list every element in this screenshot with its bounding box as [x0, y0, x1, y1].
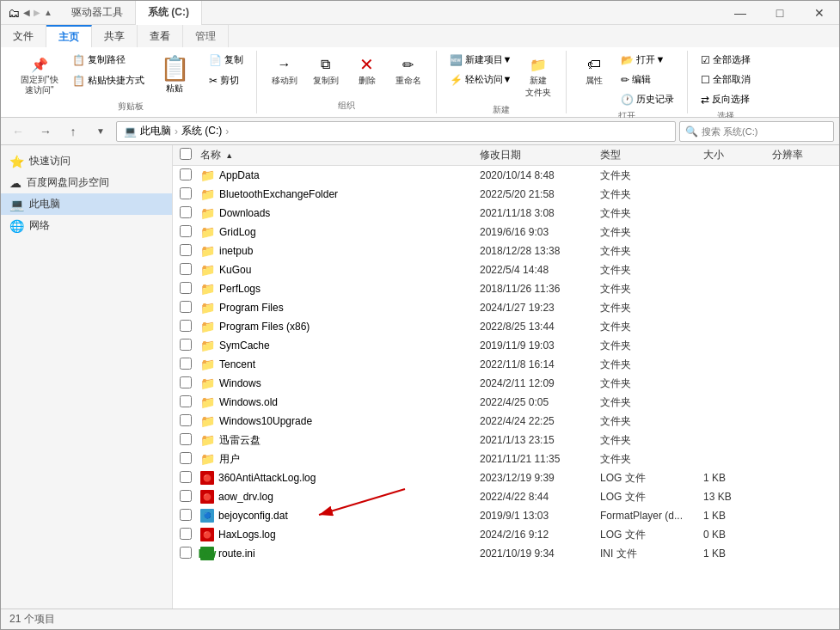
rename-button[interactable]: ✏ 重命名 [389, 51, 427, 90]
table-row[interactable]: 📁 Program Files (x86) 2022/8/25 13:44 文件… [173, 317, 839, 336]
row-check[interactable] [180, 225, 200, 240]
edit-button[interactable]: ✏ 编辑 [616, 70, 678, 89]
table-row[interactable]: Dw route.ini 2021/10/19 9:34 INI 文件 1 KB [173, 544, 839, 563]
minimize-button[interactable]: — [720, 1, 760, 25]
table-row[interactable]: 📁 Windows.old 2022/4/25 0:05 文件夹 [173, 393, 839, 412]
up-button[interactable]: ↑ [61, 120, 85, 143]
properties-button[interactable]: 🏷 属性 [575, 51, 613, 90]
row-check[interactable] [180, 509, 200, 523]
row-check[interactable] [180, 320, 200, 334]
row-check[interactable] [180, 244, 200, 259]
back-button[interactable]: ← [6, 120, 30, 143]
cut-button[interactable]: ✂ 剪切 [205, 71, 248, 89]
table-row[interactable]: 🔴 360AntiAttackLog.log 2023/12/19 9:39 L… [173, 468, 839, 487]
paste-button[interactable]: 📋 粘贴 [152, 51, 198, 98]
search-input[interactable] [702, 126, 822, 137]
row-check[interactable] [180, 282, 200, 297]
recent-button[interactable]: ▼ [89, 120, 113, 143]
row-check[interactable] [180, 206, 200, 221]
easy-access-button[interactable]: ⚡ 轻松访问▼ [445, 70, 517, 89]
file-area[interactable]: 名称 ▲ 修改日期 类型 大小 分辨率 [173, 145, 839, 609]
new-folder-button[interactable]: 📁 新建 文件夹 [519, 51, 557, 102]
file-name: Windows10Upgrade [219, 415, 312, 427]
table-row[interactable]: 📁 AppData 2020/10/14 8:48 文件夹 [173, 166, 839, 185]
open-icon: 📂 [621, 54, 634, 66]
file-type: 文件夹 [600, 282, 703, 297]
copy-button[interactable]: 📄 复制 [205, 51, 248, 69]
select-none-button[interactable]: ☐ 全部取消 [696, 70, 755, 89]
invert-selection-button[interactable]: ⇄ 反向选择 [696, 90, 755, 108]
title-tab-driver-tools[interactable]: 驱动器工具 [59, 1, 136, 25]
copy-to-button[interactable]: ⧉ 复制到 [307, 51, 345, 90]
sidebar-item-quickaccess[interactable]: ⭐ 快速访问 [1, 150, 172, 172]
window-icon: 🗂 [8, 6, 20, 20]
title-tab-system-c[interactable]: 系统 (C:) [136, 1, 202, 25]
row-check[interactable] [180, 358, 200, 372]
row-check[interactable] [180, 433, 200, 448]
log-icon: 🔴 [200, 490, 214, 504]
move-to-button[interactable]: → 移动到 [266, 51, 304, 90]
table-row[interactable]: 🔴 aow_drv.log 2022/4/22 8:44 LOG 文件 13 K… [173, 487, 839, 506]
table-row[interactable]: 📁 GridLog 2019/6/16 9:03 文件夹 [173, 223, 839, 242]
select-all-button[interactable]: ☑ 全部选择 [696, 51, 755, 69]
paste-shortcut-button[interactable]: 📋 粘贴快捷方式 [68, 71, 149, 89]
address-path[interactable]: 💻 此电脑 › 系统 (C:) › [116, 121, 676, 142]
row-check[interactable] [180, 339, 200, 353]
sidebar-item-thispc[interactable]: 💻 此电脑 [1, 193, 172, 215]
row-check[interactable] [180, 452, 200, 467]
copy-icon: 📄 [209, 54, 222, 66]
ribbon-tab-share[interactable]: 共享 [92, 25, 138, 47]
row-check[interactable] [180, 547, 200, 561]
row-check[interactable] [180, 263, 200, 278]
row-check[interactable] [180, 376, 200, 391]
forward-button[interactable]: → [34, 120, 58, 143]
copy-path-button[interactable]: 📋 复制路径 [68, 51, 149, 69]
header-size[interactable]: 大小 [703, 148, 772, 162]
table-row[interactable]: 🔵 bejoyconfig.dat 2019/9/1 13:03 FormatP… [173, 506, 839, 525]
folder-icon: 📁 [200, 414, 215, 428]
sidebar-item-baidupan[interactable]: ☁ 百度网盘同步空间 [1, 172, 172, 193]
row-check[interactable] [180, 395, 200, 410]
table-row[interactable]: 📁 KuGou 2022/5/4 14:48 文件夹 [173, 260, 839, 279]
table-row[interactable]: 📁 inetpub 2018/12/28 13:38 文件夹 [173, 242, 839, 260]
table-row[interactable]: 📁 BluetoothExchangeFolder 2022/5/20 21:5… [173, 185, 839, 204]
table-row[interactable]: 🔴 HaxLogs.log 2024/2/16 9:12 LOG 文件 0 KB [173, 525, 839, 544]
ribbon-tab-manage[interactable]: 管理 [183, 25, 229, 47]
row-check[interactable] [180, 528, 200, 542]
pin-button[interactable]: 📌 固定到"快 速访问" [15, 51, 64, 99]
header-type[interactable]: 类型 [600, 148, 703, 162]
row-check[interactable] [180, 168, 200, 183]
maximize-button[interactable]: □ [760, 1, 800, 25]
table-row[interactable]: 📁 用户 2021/11/21 11:35 文件夹 [173, 450, 839, 468]
table-row[interactable]: 📁 PerfLogs 2018/11/26 11:36 文件夹 [173, 279, 839, 298]
header-rate[interactable]: 分辨率 [772, 148, 832, 162]
ribbon-tab-view[interactable]: 查看 [138, 25, 183, 47]
ribbon-tab-file[interactable]: 文件 [1, 25, 46, 47]
table-row[interactable]: 📁 Windows10Upgrade 2022/4/24 22:25 文件夹 [173, 412, 839, 431]
select-all-checkbox[interactable] [180, 148, 192, 160]
new-item-button[interactable]: 🆕 新建项目▼ [445, 51, 517, 69]
new-item-icon: 🆕 [450, 54, 463, 66]
header-name[interactable]: 名称 ▲ [200, 148, 480, 162]
table-row[interactable]: 📁 Tencent 2022/11/8 16:14 文件夹 [173, 355, 839, 374]
ribbon-tabs: 文件 主页 共享 查看 管理 [1, 25, 839, 47]
header-date[interactable]: 修改日期 [480, 148, 600, 162]
delete-button[interactable]: ✕ 删除 [348, 51, 386, 90]
row-check[interactable] [180, 414, 200, 429]
close-button[interactable]: ✕ [800, 1, 839, 25]
row-check[interactable] [180, 187, 200, 202]
table-row[interactable]: 📁 Program Files 2024/1/27 19:23 文件夹 [173, 298, 839, 317]
open-button[interactable]: 📂 打开▼ [616, 51, 678, 69]
sidebar-item-network[interactable]: 🌐 网络 [1, 215, 172, 236]
search-box[interactable]: 🔍 [679, 121, 834, 142]
table-row[interactable]: 📁 Windows 2024/2/11 12:09 文件夹 [173, 374, 839, 393]
ribbon-tab-home[interactable]: 主页 [46, 25, 92, 47]
table-row[interactable]: 📁 迅雷云盘 2021/1/13 23:15 文件夹 [173, 431, 839, 450]
table-row[interactable]: 📁 Downloads 2021/11/18 3:08 文件夹 [173, 204, 839, 223]
row-check[interactable] [180, 471, 200, 486]
table-row[interactable]: 📁 SymCache 2019/11/9 19:03 文件夹 [173, 336, 839, 355]
history-button[interactable]: 🕐 历史记录 [616, 90, 678, 108]
row-check[interactable] [180, 301, 200, 315]
row-check[interactable] [180, 490, 200, 505]
header-check[interactable] [180, 148, 200, 162]
